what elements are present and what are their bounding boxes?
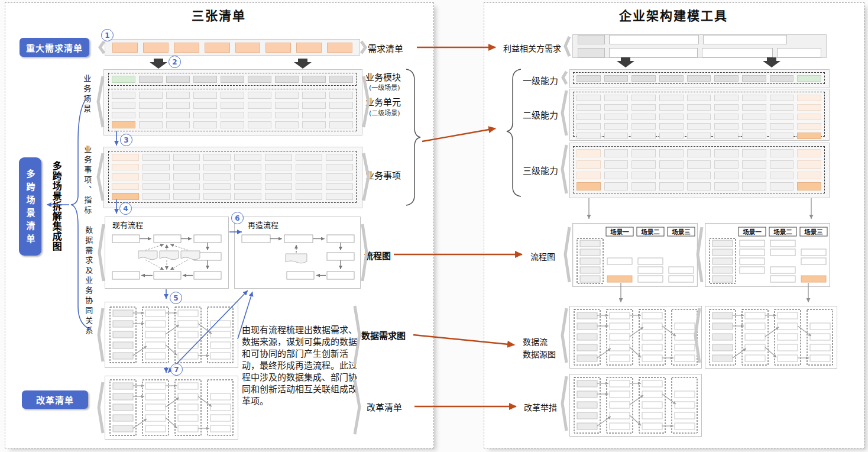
grid-cell xyxy=(797,149,821,157)
grid-cell xyxy=(631,172,656,180)
step-4-badge: 4 xyxy=(119,202,132,215)
grid-cell xyxy=(797,114,821,120)
grid-cell xyxy=(604,182,629,191)
grid-cell xyxy=(275,121,299,128)
grid-cell xyxy=(770,95,794,101)
grid-cell xyxy=(797,123,821,130)
label-flow-chart-left: 流程图 xyxy=(364,249,391,261)
grid-cell xyxy=(265,183,292,191)
grid-cell xyxy=(139,102,163,109)
side-label-business-scene: 业务场景 xyxy=(82,75,90,115)
grid-cell xyxy=(139,92,163,99)
grid-cell xyxy=(166,112,190,119)
svg-text:场景二: 场景二 xyxy=(641,228,660,235)
grid-cell xyxy=(576,104,601,111)
grid-cell xyxy=(659,114,684,120)
grid-cell xyxy=(173,183,200,191)
grid-cell xyxy=(166,102,190,109)
dataflow-panel-2 xyxy=(705,306,837,369)
right-panel-title: 企业架构建模工具 xyxy=(484,6,863,24)
side-label-integration-map: 多跨场景拆解集成图 xyxy=(51,161,61,252)
badge-multi-scene-list: 多跨场景清单 xyxy=(19,157,41,256)
grid-cell xyxy=(142,173,170,180)
reform-measures-panel xyxy=(569,374,702,437)
grid-cell xyxy=(275,92,299,99)
grid-cell xyxy=(797,182,821,191)
grid-cell xyxy=(742,149,766,157)
grid-cell xyxy=(714,75,739,82)
grid-cell xyxy=(173,154,200,161)
grid-cell xyxy=(604,95,629,101)
grid-cell xyxy=(742,95,766,101)
grid-cell xyxy=(112,121,135,128)
label-capability-l1: 一级能力 xyxy=(523,74,558,86)
grid-cell xyxy=(687,149,711,157)
reengineered-process-flowchart: 再造流程 xyxy=(235,217,360,288)
grid-cell xyxy=(139,112,163,119)
dataflow-panel-1 xyxy=(569,306,702,369)
requirements-row xyxy=(105,39,360,56)
grid-cell xyxy=(265,173,292,180)
label-reform-list: 改革清单 xyxy=(367,401,402,413)
grid-cell xyxy=(797,104,821,111)
label-business-module: 业务模块 xyxy=(365,70,401,83)
grid-cell xyxy=(797,172,821,180)
badge-major-requirements-list: 重大需求清单 xyxy=(20,38,89,57)
label-stakeholder-requirements: 利益相关方需求 xyxy=(503,42,561,54)
grid-cell xyxy=(687,75,711,82)
grid-cell xyxy=(173,193,200,200)
grid-cell xyxy=(770,114,794,120)
grid-cell xyxy=(742,133,766,139)
grid-cell xyxy=(234,173,261,180)
grid-cell xyxy=(112,173,139,180)
grid-cell xyxy=(302,112,326,119)
business-unit-grid xyxy=(108,89,357,131)
grid-cell xyxy=(275,76,299,83)
grid-cell xyxy=(139,76,163,83)
grid-cell xyxy=(687,104,711,111)
grid-cell xyxy=(329,102,353,109)
label-reform-measures: 改革举措 xyxy=(524,401,557,413)
side-label-data-collab: 数据需求及业务协同关系 xyxy=(84,226,92,337)
grid-cell xyxy=(797,75,821,82)
grid-cell xyxy=(576,149,601,157)
step-1-badge: 1 xyxy=(101,29,114,41)
grid-cell xyxy=(770,149,794,157)
grid-cell xyxy=(631,123,656,130)
grid-cell xyxy=(714,172,739,180)
grid-cell xyxy=(173,173,200,180)
capability-l2-grid xyxy=(573,92,825,137)
grid-cell xyxy=(326,154,353,161)
grid-cell xyxy=(193,102,217,109)
label-business-unit-sub: (二级场景) xyxy=(369,108,400,117)
grid-cell xyxy=(714,182,739,191)
business-module-header-row xyxy=(108,73,357,86)
grid-cell xyxy=(112,164,139,171)
grid-cell xyxy=(326,164,353,171)
grid-cell xyxy=(714,160,739,169)
grid-cell xyxy=(166,121,190,128)
grid-cell xyxy=(221,121,244,128)
grid-cell xyxy=(714,95,739,101)
grid-cell xyxy=(576,160,601,169)
grid-cell xyxy=(193,121,217,128)
grid-cell xyxy=(248,121,271,128)
grid-cell xyxy=(112,102,135,109)
grid-cell xyxy=(166,92,190,99)
grid-cell xyxy=(770,75,794,82)
label-business-unit: 业务单元 xyxy=(365,95,401,108)
grid-cell xyxy=(770,133,794,139)
reform-list-diagram xyxy=(106,377,237,438)
grid-cell xyxy=(742,182,766,191)
grid-cell xyxy=(631,104,656,111)
label-dataflow-line2: 数据源图 xyxy=(523,348,556,360)
grid-cell xyxy=(142,183,170,191)
grid-cell xyxy=(139,121,163,128)
grid-cell xyxy=(631,75,656,82)
step-2-badge: 2 xyxy=(169,56,181,68)
grid-cell xyxy=(659,104,684,111)
grid-cell xyxy=(604,123,629,130)
label-data-requirements: 数据需求图 xyxy=(361,329,406,341)
grid-cell xyxy=(166,76,190,83)
grid-cell xyxy=(659,182,684,191)
